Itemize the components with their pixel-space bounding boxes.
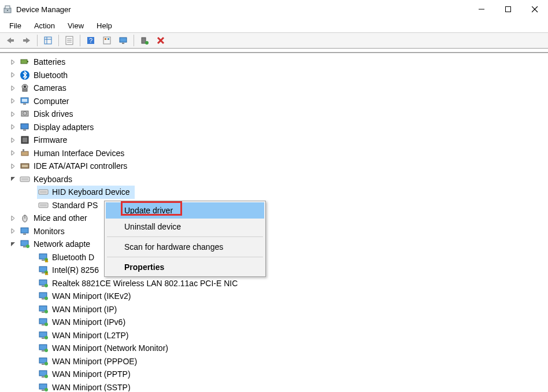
delete-icon[interactable] [153,34,168,47]
tree-expander-icon[interactable] [10,150,18,156]
network-icon [38,317,49,327]
tree-device[interactable]: WAN Miniport (IPv6) [0,316,548,329]
tree-node-label: Computer [32,95,70,108]
svg-rect-39 [21,124,28,129]
properties-icon[interactable] [62,34,77,47]
back-arrow-icon[interactable] [3,34,18,47]
tree-expander-icon[interactable] [10,216,18,221]
menu-view[interactable]: View [62,20,90,31]
tree-node-label: WAN Miniport (PPTP) [51,368,132,381]
tree-expander-icon[interactable] [10,176,18,182]
svg-rect-4 [506,7,511,12]
tree-expander-icon[interactable] [10,72,18,77]
tree-expander-icon[interactable] [10,98,18,103]
tree-expander-icon[interactable] [10,124,18,130]
menu-help[interactable]: Help [91,20,118,31]
device-tree[interactable]: BatteriesBluetoothCamerasComputerDisk dr… [0,53,548,391]
svg-rect-83 [42,324,45,326]
tree-category[interactable]: Disk drives [0,108,548,121]
tree-device[interactable]: !Bluetooth D [0,251,548,264]
show-all-icon[interactable] [40,34,55,47]
tree-expander-icon[interactable] [10,138,18,143]
keyboard-icon [38,187,49,197]
forward-arrow-icon[interactable] [19,34,34,47]
menu-action[interactable]: Action [28,20,61,31]
toolbar-separator [80,35,80,46]
disk-icon [20,109,30,119]
svg-rect-43 [21,151,28,156]
tree-expander-icon[interactable] [10,86,18,91]
tree-category[interactable]: Cameras [0,82,548,95]
svg-point-38 [24,113,25,114]
context-menu-item[interactable]: Scan for hardware changes [106,239,264,255]
tree-category[interactable]: Network adapte [0,238,548,251]
context-menu-item[interactable]: Update driver [106,202,264,219]
tree-node-label: Firmware [32,134,68,147]
network-icon [20,239,30,249]
svg-rect-35 [23,103,26,105]
battery-icon [20,57,30,67]
tree-node-label: Intel(R) 8256 [51,264,100,277]
svg-rect-77 [42,298,45,299]
maximize-button[interactable] [495,0,521,19]
context-menu-separator [107,257,263,257]
menu-file[interactable]: File [3,20,27,31]
close-button[interactable] [521,0,548,19]
monitor-icon[interactable] [116,34,131,47]
config-icon[interactable] [99,34,114,47]
svg-rect-19 [105,38,106,40]
bluetooth-icon [20,70,30,80]
tree-device[interactable]: Realtek 8821CE Wireless LAN 802.11ac PCI… [0,277,548,290]
tree-expander-icon[interactable] [10,60,18,65]
toolbar-separator [58,35,59,46]
tree-expander-icon[interactable] [10,164,18,169]
tree-device[interactable]: WAN Miniport (PPTP) [0,368,548,381]
tree-category[interactable]: Monitors [0,225,548,238]
tree-node-label: Realtek 8821CE Wireless LAN 802.11ac PCI… [51,277,239,290]
scan-icon[interactable] [137,34,152,47]
minimize-button[interactable] [468,0,495,19]
tree-category[interactable]: Bluetooth [0,69,548,82]
tree-category[interactable]: Batteries [0,56,548,69]
svg-rect-95 [42,376,45,378]
svg-rect-40 [23,130,26,131]
tree-category[interactable]: Computer [0,95,548,108]
tree-category[interactable]: IDE ATA/ATAPI controllers [0,160,548,173]
svg-rect-98 [42,390,45,391]
tree-device[interactable]: WAN Miniport (Network Monitor) [0,342,548,355]
tree-expander-icon[interactable] [10,112,18,117]
tree-expander-icon[interactable] [10,228,18,234]
svg-rect-47 [20,177,29,182]
svg-point-78 [45,297,48,300]
tree-device[interactable]: WAN Miniport (L2TP) [0,329,548,342]
tree-device[interactable]: HID Keyboard Device [0,186,548,199]
help-icon[interactable]: ? [83,34,98,47]
tree-device[interactable]: WAN Miniport (IKEv2) [0,290,548,303]
tree-device[interactable]: Standard PS [0,199,548,212]
tree-category[interactable]: Firmware [0,134,548,147]
tree-category[interactable]: Human Interface Devices [0,147,548,160]
tree-category[interactable]: Display adapters [0,121,548,134]
tree-node-label: WAN Miniport (L2TP) [51,329,130,342]
tree-category[interactable]: Keyboards [0,173,548,186]
tree-device[interactable]: !Intel(R) 8256 [0,264,548,277]
context-menu-item[interactable]: Properties [106,259,264,275]
tree-device[interactable]: WAN Miniport (PPPOE) [0,355,548,368]
tree-device[interactable]: WAN Miniport (IP) [0,303,548,316]
toolbar-separator [134,35,134,46]
tree-expander-icon[interactable] [10,242,18,247]
tree-category[interactable]: Mice and other [0,212,548,225]
svg-text:?: ? [89,37,92,44]
svg-rect-18 [103,37,110,44]
network-icon [38,304,49,315]
window-title: Device Manager [16,5,71,14]
context-menu-item[interactable]: Uninstall device [106,219,264,235]
network-icon [38,278,49,289]
tree-device[interactable]: WAN Miniport (SSTP) [0,381,548,392]
camera-icon [20,83,30,93]
svg-point-75 [45,284,48,287]
svg-point-32 [24,86,26,88]
tree-node-label: Human Interface Devices [32,147,125,160]
tree-node-label: HID Keyboard Device [51,186,131,199]
svg-rect-50 [39,190,48,194]
